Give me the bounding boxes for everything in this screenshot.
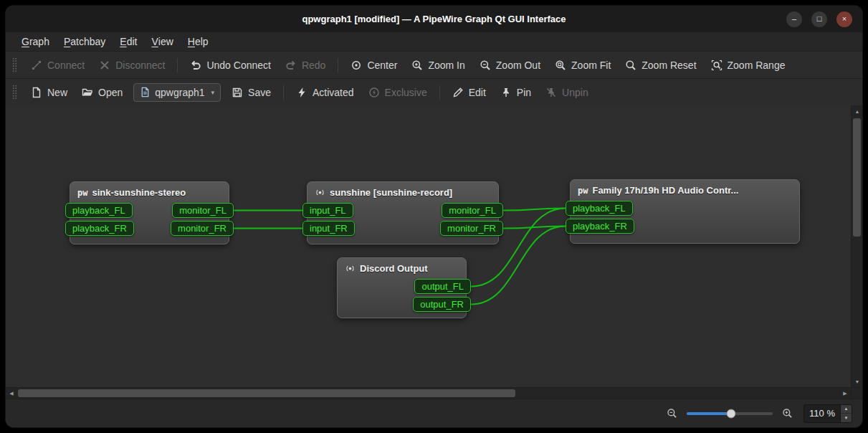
save-label: Save: [248, 87, 271, 98]
close-icon: ×: [842, 15, 846, 23]
port-input[interactable]: playback_FR: [566, 219, 634, 234]
port-input[interactable]: input_FR: [302, 221, 355, 236]
port-row: playback_FR monitor_FR: [70, 221, 229, 236]
toolbar-grip[interactable]: [12, 85, 17, 100]
zoom-range-button[interactable]: Zoom Range: [705, 56, 792, 75]
graph-canvas[interactable]: pw sink-sunshine-stereo playback_FL moni…: [6, 105, 851, 387]
graph-node-sunshine[interactable]: sunshine [sunshine-record] input_FL moni…: [307, 181, 499, 244]
redo-button[interactable]: Redo: [279, 56, 332, 75]
port-row: input_FR monitor_FR: [307, 221, 498, 236]
toolbar-grip[interactable]: [12, 57, 17, 73]
pin-label: Pin: [517, 87, 531, 98]
zoom-slider-handle[interactable]: [727, 409, 736, 418]
exclusive-label: Exclusive: [385, 87, 427, 98]
graph-toolbar: Connect Disconnect Undo Connect Redo: [6, 51, 862, 78]
patchbay-profile-combo[interactable]: qpwgraph1 ▾: [133, 83, 221, 102]
port-row: input_FL monitor_FL: [307, 203, 498, 218]
undo-connect-button[interactable]: Undo Connect: [183, 56, 277, 75]
zoom-in-button[interactable]: Zoom In: [405, 56, 471, 75]
port-output[interactable]: monitor_FR: [171, 221, 234, 236]
pipewire-icon: pw: [578, 186, 588, 195]
new-label: New: [47, 87, 67, 98]
zoom-out-small-icon: [667, 408, 677, 419]
menu-view[interactable]: View: [144, 32, 180, 51]
activated-bolt-icon: [296, 87, 307, 98]
spin-down-button[interactable]: ▼: [841, 413, 852, 422]
close-button[interactable]: ×: [836, 11, 852, 27]
zoom-in-label: Zoom In: [428, 60, 464, 71]
node-header: sunshine [sunshine-record]: [307, 182, 498, 201]
status-bar: 110 % ▲ ▼: [6, 399, 862, 427]
vertical-scrollbar-thumb[interactable]: [853, 118, 861, 237]
undo-icon: [190, 60, 201, 71]
menu-graph[interactable]: Graph: [14, 32, 57, 51]
center-button[interactable]: Center: [344, 56, 404, 75]
node-header: pw sink-sunshine-stereo: [70, 182, 229, 201]
horizontal-scrollbar-thumb[interactable]: [18, 389, 515, 397]
connect-button[interactable]: Connect: [24, 56, 91, 75]
pin-button[interactable]: Pin: [494, 83, 538, 102]
menu-accel: E: [120, 36, 126, 47]
port-output[interactable]: monitor_FL: [172, 203, 234, 218]
graph-node-discord-output[interactable]: Discord Output output_FL output_FR: [337, 257, 467, 318]
patchbay-profile-value: qpwgraph1: [155, 87, 204, 98]
zoom-range-label: Zoom Range: [728, 60, 786, 71]
spin-up-button[interactable]: ▲: [841, 405, 852, 414]
activated-label: Activated: [313, 87, 354, 98]
activated-button[interactable]: Activated: [290, 83, 361, 102]
port-output[interactable]: monitor_FL: [442, 203, 503, 218]
undo-label: Undo Connect: [206, 60, 271, 71]
port-input[interactable]: playback_FL: [65, 203, 133, 218]
disconnect-label: Disconnect: [115, 60, 165, 71]
menu-accel: G: [22, 36, 29, 47]
zoom-spinbox[interactable]: 110 % ▲ ▼: [803, 404, 852, 423]
menu-patchbay[interactable]: Patchbay: [57, 32, 113, 51]
zoom-slider[interactable]: [687, 412, 773, 415]
vertical-scrollbar[interactable]: ▲ ▼: [851, 105, 862, 387]
zoom-out-button[interactable]: Zoom Out: [473, 56, 547, 75]
zoom-value[interactable]: 110 %: [804, 405, 840, 422]
port-row: output_FL: [338, 279, 466, 294]
port-output[interactable]: output_FR: [413, 297, 471, 312]
port-output[interactable]: output_FL: [414, 279, 471, 294]
zoom-fit-button[interactable]: Zoom Fit: [548, 56, 617, 75]
port-input[interactable]: playback_FL: [566, 201, 633, 216]
exclusive-button[interactable]: Exclusive: [362, 83, 434, 102]
node-header: pw Family 17h/19h HD Audio Contr...: [571, 180, 799, 199]
scroll-right-arrow[interactable]: ▶: [839, 388, 851, 399]
menu-edit[interactable]: Edit: [113, 32, 144, 51]
edit-button[interactable]: Edit: [446, 83, 492, 102]
port-input[interactable]: input_FL: [302, 203, 353, 218]
node-title: sink-sunshine-stereo: [92, 187, 186, 198]
graph-node-family-hd-audio[interactable]: pw Family 17h/19h HD Audio Contr... play…: [570, 179, 800, 244]
horizontal-scrollbar[interactable]: ◀ ▶: [6, 387, 851, 399]
maximize-icon: □: [817, 15, 822, 23]
menu-label: dit: [127, 36, 138, 47]
patchbay-file-icon: [140, 87, 151, 97]
unpin-icon: [545, 87, 557, 98]
zoom-reset-button[interactable]: Zoom Reset: [619, 56, 702, 75]
window-title: qpwgraph1 [modified] — A PipeWire Graph …: [302, 14, 566, 24]
node-header: Discord Output: [338, 258, 466, 277]
stream-icon: [315, 187, 325, 198]
scroll-down-arrow[interactable]: ▼: [852, 376, 862, 387]
maximize-button[interactable]: □: [811, 11, 827, 27]
menu-help[interactable]: Help: [181, 32, 216, 51]
save-button[interactable]: Save: [225, 83, 277, 102]
connections-layer[interactable]: [6, 105, 851, 387]
port-input[interactable]: playback_FR: [65, 221, 134, 236]
open-button[interactable]: Open: [75, 83, 129, 102]
port-output[interactable]: monitor_FR: [440, 221, 503, 236]
minimize-button[interactable]: –: [786, 11, 802, 27]
scroll-left-arrow[interactable]: ◀: [6, 388, 17, 399]
node-ports: output_FL output_FR: [338, 277, 466, 312]
unpin-button[interactable]: Unpin: [539, 83, 595, 102]
zoom-in-icon: [411, 60, 423, 71]
disconnect-button[interactable]: Disconnect: [92, 56, 171, 75]
new-button[interactable]: New: [24, 83, 74, 102]
node-title: Family 17h/19h HD Audio Contr...: [592, 185, 738, 196]
graph-node-sink-sunshine-stereo[interactable]: pw sink-sunshine-stereo playback_FL moni…: [70, 181, 229, 244]
scroll-up-arrow[interactable]: ▲: [852, 105, 862, 117]
port-row: playback_FL: [571, 201, 799, 216]
title-bar[interactable]: qpwgraph1 [modified] — A PipeWire Graph …: [6, 6, 862, 32]
